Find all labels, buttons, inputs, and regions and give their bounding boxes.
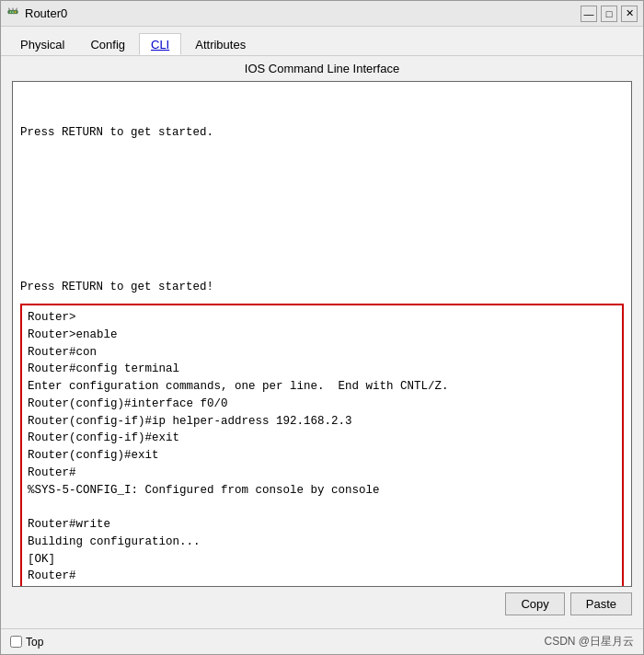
tab-physical[interactable]: Physical: [8, 33, 76, 55]
terminal-line: Enter configuration commands, one per li…: [28, 378, 616, 396]
minimize-button[interactable]: —: [581, 6, 597, 22]
terminal-line: [20, 210, 624, 227]
copy-button[interactable]: Copy: [505, 592, 564, 615]
terminal-line: [20, 193, 624, 211]
svg-point-1: [10, 11, 12, 13]
top-checkbox[interactable]: [10, 636, 22, 648]
window-title: Router0: [25, 6, 67, 20]
terminal-line: [28, 499, 616, 516]
terminal-line: Router(config-if)#exit: [28, 430, 616, 447]
terminal-line: [20, 141, 624, 158]
maximize-button[interactable]: □: [601, 6, 617, 22]
terminal-line: [20, 227, 624, 245]
terminal-line: [20, 245, 624, 262]
svg-line-4: [9, 8, 10, 11]
terminal-section-normal: Press RETURN to get started. Press RETUR…: [20, 89, 624, 296]
top-checkbox-label: Top: [26, 636, 43, 649]
terminal-line: Router#write: [28, 516, 616, 534]
close-button[interactable]: ✕: [621, 6, 638, 22]
watermark-text: CSDN @日星月云: [544, 634, 634, 649]
terminal-section-boxed: Router>Router>enableRouter#conRouter#con…: [20, 304, 624, 586]
terminal-line: Building configuration...: [28, 534, 616, 551]
svg-point-2: [12, 11, 14, 13]
terminal-line: Press RETURN to get started!: [20, 279, 624, 296]
main-window: Router0 — □ ✕ Physical Config CLI Attrib…: [0, 0, 644, 655]
terminal-line: [20, 107, 624, 124]
terminal-line: [20, 158, 624, 176]
terminal-line: Router#config terminal: [28, 361, 616, 378]
paste-button[interactable]: Paste: [570, 592, 632, 615]
terminal-window: Press RETURN to get started. Press RETUR…: [12, 81, 632, 587]
button-row: Copy Paste: [12, 587, 632, 621]
title-bar: Router0 — □ ✕: [1, 1, 643, 27]
terminal-line: Router#con: [28, 344, 616, 362]
title-bar-left: Router0: [6, 6, 67, 21]
terminal-line: Router#: [28, 465, 616, 482]
terminal-line: [20, 262, 624, 280]
title-bar-controls: — □ ✕: [581, 6, 638, 22]
tabs-row: Physical Config CLI Attributes: [1, 27, 643, 56]
terminal-line: [20, 89, 624, 107]
svg-line-6: [17, 8, 17, 11]
terminal-line: Router(config)#exit: [28, 447, 616, 465]
terminal-line: %SYS-5-CONFIG_I: Configured from console…: [28, 482, 616, 500]
tab-attributes[interactable]: Attributes: [183, 33, 258, 55]
terminal-line: [OK]: [28, 551, 616, 569]
terminal-line: Router>: [28, 309, 616, 327]
content-area: Press RETURN to get started. Press RETUR…: [1, 81, 643, 628]
tab-cli[interactable]: CLI: [139, 33, 181, 55]
cli-header-label: IOS Command Line Interface: [1, 56, 643, 81]
tab-config[interactable]: Config: [78, 33, 137, 55]
terminal-line: Press RETURN to get started.: [20, 124, 624, 142]
terminal-line: Router#: [28, 568, 616, 585]
terminal-line: Router(config-if)#ip helper-address 192.…: [28, 413, 616, 431]
svg-point-3: [15, 11, 17, 13]
router-icon: [6, 6, 19, 21]
bottom-bar: Top CSDN @日星月云: [1, 628, 643, 654]
terminal-output[interactable]: Press RETURN to get started. Press RETUR…: [13, 82, 631, 586]
terminal-line: Router>enable: [28, 327, 616, 344]
top-checkbox-area[interactable]: Top: [10, 636, 43, 649]
bottom-left: Top: [10, 636, 43, 649]
terminal-line: Router(config)#interface f0/0: [28, 396, 616, 413]
terminal-line: [20, 176, 624, 193]
